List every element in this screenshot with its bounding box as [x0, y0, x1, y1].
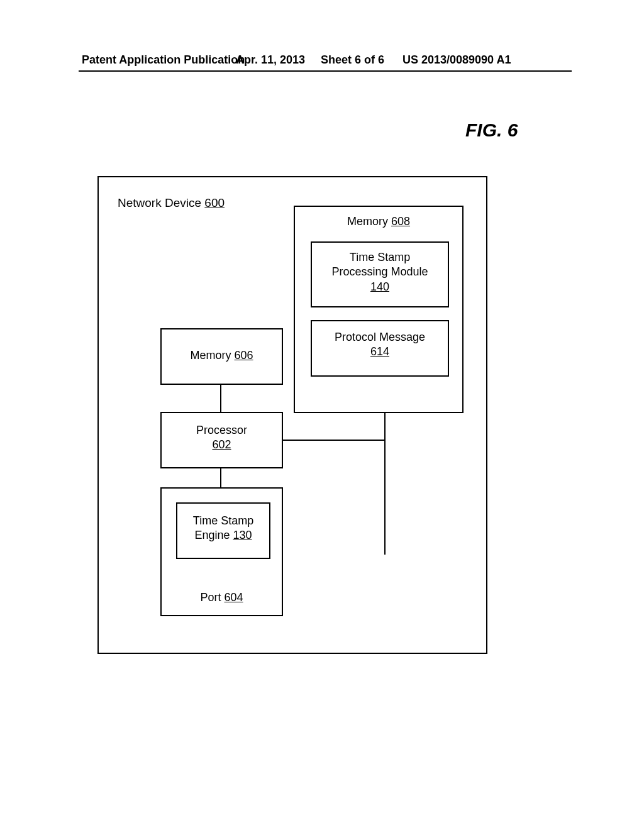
protomsg-label: Protocol Message — [312, 330, 448, 345]
sheet-number: Sheet 6 of 6 — [321, 53, 384, 67]
device-title-prefix: Network Device — [118, 196, 204, 209]
tsengine-prefix: Engine — [194, 529, 233, 541]
port-label: Port 604 — [162, 590, 282, 605]
port-box: Time Stamp Engine 130 Port 604 — [160, 487, 283, 616]
memory-606-prefix: Memory — [190, 349, 234, 362]
publication-label: Patent Application Publication — [82, 53, 245, 67]
tsmodule-line2: Processing Module — [312, 265, 448, 279]
processor-label: Processor — [162, 423, 282, 438]
processor-box: Processor 602 — [160, 412, 283, 468]
tsengine-ref: 130 — [233, 529, 252, 541]
network-device-title: Network Device 600 — [118, 196, 225, 210]
memory-608-ref: 608 — [391, 215, 410, 228]
tsengine-line1: Time Stamp — [177, 514, 269, 528]
timestamp-processing-module-box: Time Stamp Processing Module 140 — [311, 241, 449, 307]
connector-processor-memory608-h — [283, 440, 386, 441]
memory-608-label: Memory 608 — [295, 214, 462, 229]
memory-608-prefix: Memory — [347, 215, 391, 228]
patent-number: US 2013/0089090 A1 — [402, 53, 511, 67]
protocol-message-box: Protocol Message 614 — [311, 320, 449, 377]
timestamp-engine-box: Time Stamp Engine 130 — [176, 502, 270, 559]
connector-port-right-v — [384, 440, 386, 555]
publication-date: Apr. 11, 2013 — [236, 53, 305, 67]
port-prefix: Port — [200, 591, 224, 604]
connector-memory608-down — [384, 413, 386, 441]
connector-processor-port — [220, 468, 221, 487]
tsmodule-line1: Time Stamp — [312, 250, 448, 265]
network-device-box: Network Device 600 Memory 608 Time Stamp… — [97, 176, 487, 654]
page-header: Patent Application Publication Apr. 11, … — [82, 53, 569, 67]
header-rule — [79, 70, 572, 72]
tsengine-line2: Engine 130 — [177, 528, 269, 543]
protomsg-ref: 614 — [312, 345, 448, 359]
tsmodule-ref: 140 — [312, 280, 448, 294]
memory-606-box: Memory 606 — [160, 328, 283, 385]
port-ref: 604 — [224, 591, 243, 604]
memory-608-box: Memory 608 Time Stamp Processing Module … — [294, 206, 464, 413]
processor-ref: 602 — [162, 438, 282, 452]
figure-title: FIG. 6 — [465, 119, 518, 141]
memory-606-ref: 606 — [234, 349, 253, 362]
connector-memory-processor — [220, 385, 221, 412]
device-title-ref: 600 — [204, 196, 225, 209]
